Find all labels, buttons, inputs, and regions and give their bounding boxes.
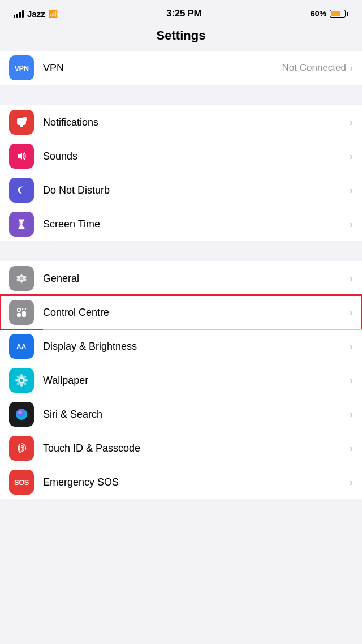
cc-icon-svg: [14, 305, 29, 320]
svg-point-5: [23, 117, 27, 121]
settings-row-control-centre[interactable]: Control Centre ›: [0, 295, 362, 329]
dnd-icon: [9, 178, 34, 203]
settings-row-dnd[interactable]: Do Not Disturb ›: [0, 173, 362, 207]
svg-text:AA: AA: [16, 343, 27, 351]
touchid-icon: [9, 436, 34, 461]
display-icon: AA: [9, 334, 34, 359]
wallpaper-icon-svg: [14, 373, 29, 388]
page-title: Settings: [0, 24, 362, 51]
dnd-label: Do Not Disturb: [43, 184, 350, 196]
wifi-icon: 📶: [49, 10, 58, 18]
svg-point-28: [16, 409, 27, 420]
screentime-label: Screen Time: [43, 218, 350, 230]
settings-row-vpn[interactable]: VPN VPN Not Connected ›: [0, 51, 362, 85]
siri-icon: [9, 402, 34, 427]
sounds-label: Sounds: [43, 151, 350, 162]
settings-row-notifications[interactable]: Notifications ›: [0, 105, 362, 139]
wallpaper-chevron: ›: [350, 375, 353, 387]
svg-rect-4: [20, 124, 23, 126]
settings-row-general[interactable]: General ›: [0, 261, 362, 295]
section-general: General › Control Centre › AA: [0, 261, 362, 499]
sounds-icon-svg: [14, 149, 29, 164]
settings-row-siri[interactable]: Siri & Search ›: [0, 397, 362, 431]
touchid-label: Touch ID & Passcode: [43, 443, 350, 454]
status-time: 3:25 PM: [166, 8, 201, 19]
sounds-chevron: ›: [350, 151, 353, 162]
notifications-chevron: ›: [350, 117, 353, 128]
settings-row-touchid[interactable]: Touch ID & Passcode ›: [0, 431, 362, 465]
general-icon: [9, 266, 34, 291]
sos-icon: SOS: [9, 470, 34, 495]
cc-label: Control Centre: [43, 307, 350, 319]
svg-point-29: [18, 411, 22, 414]
display-chevron: ›: [350, 341, 353, 353]
notifications-icon: [9, 110, 34, 135]
section-vpn: VPN VPN Not Connected ›: [0, 51, 362, 85]
moon-icon-svg: [14, 183, 29, 198]
vpn-chevron: ›: [350, 62, 353, 74]
settings-row-sos[interactable]: SOS Emergency SOS ›: [0, 465, 362, 499]
svg-point-10: [20, 277, 23, 280]
svg-rect-7: [19, 228, 25, 229]
wallpaper-label: Wallpaper: [43, 375, 350, 387]
vpn-status: Not Connected: [282, 62, 346, 74]
svg-rect-14: [17, 313, 21, 317]
vpn-icon: VPN: [9, 55, 34, 80]
svg-point-27: [20, 379, 23, 382]
status-right: 60%: [311, 9, 348, 18]
screentime-chevron: ›: [350, 218, 353, 230]
display-icon-svg: AA: [14, 339, 29, 354]
section-notifications: Notifications › Sounds › Do Not Disturb …: [0, 105, 362, 241]
screentime-icon: [9, 212, 34, 237]
notifications-label: Notifications: [43, 117, 350, 128]
svg-rect-13: [22, 311, 26, 317]
wallpaper-icon: [9, 368, 34, 393]
sounds-icon: [9, 144, 34, 169]
fingerprint-icon-svg: [14, 441, 29, 456]
sos-chevron: ›: [350, 476, 353, 488]
settings-row-display[interactable]: AA Display & Brightness ›: [0, 329, 362, 363]
dnd-chevron: ›: [350, 184, 353, 196]
cc-chevron: ›: [350, 307, 353, 319]
svg-rect-6: [19, 220, 25, 221]
general-chevron: ›: [350, 273, 353, 285]
signal-icon: [14, 10, 24, 18]
sos-text: SOS: [14, 478, 29, 487]
settings-row-sounds[interactable]: Sounds ›: [0, 139, 362, 173]
settings-row-screentime[interactable]: Screen Time ›: [0, 207, 362, 241]
touchid-chevron: ›: [350, 443, 353, 454]
general-label: General: [43, 273, 350, 285]
hourglass-icon-svg: [14, 217, 29, 231]
status-bar: Jazz 📶 3:25 PM 60%: [0, 0, 362, 24]
sos-label: Emergency SOS: [43, 476, 350, 488]
battery-percent: 60%: [311, 9, 326, 18]
siri-label: Siri & Search: [43, 409, 350, 420]
separator-2: [0, 241, 362, 261]
battery-icon: [330, 10, 348, 18]
bell-icon-svg: [14, 115, 29, 130]
separator-1: [0, 85, 362, 105]
siri-icon-svg: [14, 407, 29, 422]
vpn-label: VPN: [43, 62, 282, 74]
gear-icon-svg: [14, 271, 29, 286]
svg-point-15: [18, 309, 20, 311]
svg-point-16: [23, 308, 25, 310]
status-left: Jazz 📶: [14, 9, 58, 19]
settings-row-wallpaper[interactable]: Wallpaper ›: [0, 363, 362, 397]
display-label: Display & Brightness: [43, 341, 350, 353]
carrier-label: Jazz: [27, 9, 45, 19]
siri-chevron: ›: [350, 409, 353, 420]
cc-icon: [9, 300, 34, 325]
